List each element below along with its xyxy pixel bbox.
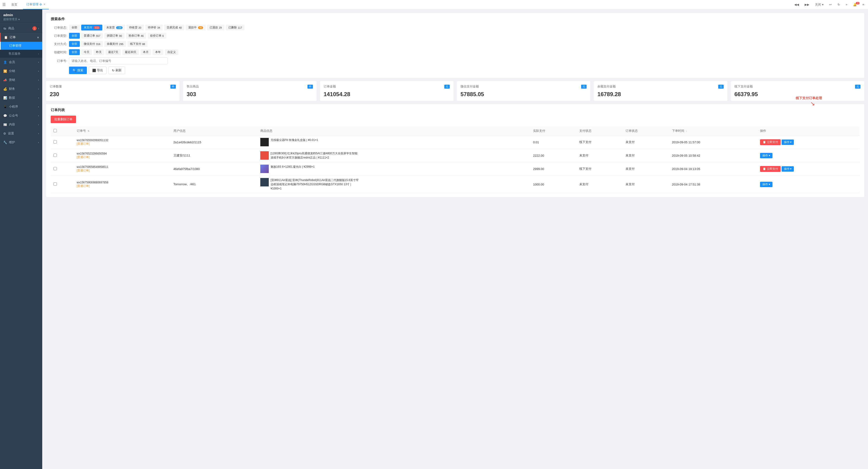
table-row: wx15676523286650594 [普通订单] 王建安/1111 [128… bbox=[51, 149, 860, 162]
sidebar-item-finance[interactable]: 💰 财务 › bbox=[0, 85, 42, 93]
tab-home[interactable]: 首页 bbox=[8, 0, 21, 9]
status-tag-pending-receipt[interactable]: 待收货 20 bbox=[126, 25, 144, 31]
stat-order-amount-value: 141054.28 bbox=[324, 91, 450, 98]
payment-tag-balance[interactable]: 余额支付 295 bbox=[104, 41, 126, 47]
order-time-sort-icon[interactable]: ↓ bbox=[686, 130, 687, 132]
row1-pay-button[interactable]: 📋 立即支付 bbox=[760, 139, 781, 145]
row2-order-time: 2019-09-05 10:58:42 bbox=[669, 149, 757, 162]
tab-order-management[interactable]: 订单管理 ⚙ ✕ bbox=[23, 0, 49, 9]
sidebar-item-marketing[interactable]: 📣 营销 › bbox=[0, 75, 42, 85]
tab-settings-icon[interactable]: ⚙ bbox=[39, 3, 42, 6]
type-tag-normal[interactable]: 普通订单 557 bbox=[81, 33, 103, 39]
sidebar-item-goods[interactable]: 🛍 商品 1 › bbox=[0, 24, 42, 33]
row2-order-no-cell: wx15676523286650594 [普通订单] bbox=[74, 149, 170, 162]
status-tag-refunding[interactable]: 退款中 46 bbox=[186, 25, 206, 31]
payment-tag-all[interactable]: 全部 bbox=[69, 41, 80, 47]
row1-payment-status: 线下支付 bbox=[577, 136, 623, 149]
menu-icon[interactable]: ☰ bbox=[2, 2, 6, 7]
time-tag-yesterday[interactable]: 昨天 bbox=[93, 49, 104, 55]
status-tag-refunded[interactable]: 已退款 29 bbox=[207, 25, 224, 31]
export-button[interactable]: ⬛ 导出 bbox=[89, 67, 106, 74]
status-tag-all[interactable]: 全部 bbox=[69, 25, 80, 31]
row3-payment-status: 线下支付 bbox=[577, 162, 623, 176]
miniapp-chevron-icon: › bbox=[38, 105, 39, 108]
payment-tag-offline[interactable]: 线下支付 88 bbox=[127, 41, 148, 47]
sidebar-item-order[interactable]: 📋 订单 ∨ bbox=[0, 33, 42, 42]
close-btn[interactable]: 关闭 ▾ bbox=[813, 3, 825, 7]
batch-delete-button[interactable]: 批量删除订单 bbox=[51, 115, 76, 123]
row2-order-type: [普通订单] bbox=[77, 155, 168, 159]
row1-operate-button[interactable]: 操作 ▾ bbox=[782, 139, 794, 145]
row3-operate-button[interactable]: 操作 ▾ bbox=[782, 166, 794, 172]
status-tag-unshipped[interactable]: 未发货 198 bbox=[104, 25, 125, 31]
refresh-button[interactable]: ↻ 刷新 bbox=[108, 67, 125, 74]
sidebar-sub-after-sales[interactable]: 售后服务 › bbox=[0, 50, 42, 58]
nav-next-btn[interactable]: ▶▶ bbox=[803, 3, 811, 6]
row4-checkbox[interactable] bbox=[54, 182, 57, 186]
row4-action: 操作 ▾ bbox=[757, 176, 860, 193]
row4-product-cell: [雷神911Air星战] 雷神(ThundeRobot)911Air星战二代旗舰… bbox=[257, 176, 530, 193]
status-tag-deleted[interactable]: 已删除 117 bbox=[226, 25, 245, 31]
time-tag-all[interactable]: 全部 bbox=[69, 49, 80, 55]
row2-checkbox[interactable] bbox=[54, 154, 57, 157]
order-type-row: 订单类型: 全部 普通订单 557 拼团订单 90 秒杀订单 46 砍价订单 6 bbox=[51, 33, 860, 39]
sidebar-item-member[interactable]: 👤 会员 › bbox=[0, 58, 42, 67]
search-title: 搜索条件 bbox=[51, 17, 860, 21]
type-tag-group[interactable]: 拼团订单 90 bbox=[104, 33, 124, 39]
order-table: 订单号 ⇅ 用户信息 商品信息 实际支付 支付状态 订单状态 下单时间 ↓ 操作 bbox=[51, 126, 860, 193]
search-button[interactable]: 🔍 搜索 bbox=[69, 67, 87, 74]
row2-user-info: 王建安/1111 bbox=[174, 154, 255, 158]
row1-checkbox[interactable] bbox=[54, 140, 57, 143]
payment-tag-wechat[interactable]: 微信支付 316 bbox=[81, 41, 103, 47]
create-time-tags: 全部 今天 昨天 最近7天 最近30天 本月 本年 自定义 bbox=[69, 49, 178, 55]
goods-icon: 🛍 bbox=[3, 27, 6, 30]
time-tag-this-month[interactable]: 本月 bbox=[141, 49, 151, 55]
row4-operate-button[interactable]: 操作 ▾ bbox=[760, 182, 772, 187]
sidebar-item-miniapp[interactable]: 📱 小程序 › bbox=[0, 102, 42, 111]
time-tag-30days[interactable]: 最近30天 bbox=[122, 49, 139, 55]
time-tag-custom[interactable]: 自定义 bbox=[165, 49, 178, 55]
row3-pay-button[interactable]: 📋 立即支付 bbox=[760, 166, 781, 172]
row2-user-cell: 王建安/1111 bbox=[170, 149, 257, 162]
nav-prev-btn[interactable]: ◀◀ bbox=[793, 3, 800, 6]
sidebar-item-content[interactable]: 📰 内容 › bbox=[0, 120, 42, 129]
sidebar-item-distribution[interactable]: 🔀 分销 › bbox=[0, 67, 42, 75]
wechat-chevron-icon: › bbox=[38, 114, 39, 117]
time-tag-this-year[interactable]: 本年 bbox=[153, 49, 163, 55]
sidebar-item-settings[interactable]: ⚙ 设置 › bbox=[0, 129, 42, 138]
sidebar-item-wechat[interactable]: 💬 公众号 › bbox=[0, 111, 42, 120]
sidebar-item-maintain[interactable]: 🔧 维护 › bbox=[0, 138, 42, 147]
type-tag-bargain[interactable]: 砍价订单 6 bbox=[148, 33, 166, 39]
select-all-checkbox[interactable] bbox=[54, 129, 57, 132]
add-btn[interactable]: + bbox=[844, 3, 849, 6]
time-tag-today[interactable]: 今天 bbox=[81, 49, 92, 55]
status-tag-completed[interactable]: 交易完成 40 bbox=[164, 25, 184, 31]
search-icon: 🔍 bbox=[72, 69, 76, 72]
topbar: ☰ 首页 订单管理 ⚙ ✕ ◀◀ ▶▶ 关闭 ▾ ↩ ↻ + 🔔 0 ≡ bbox=[0, 0, 868, 9]
order-no-input[interactable] bbox=[69, 58, 167, 64]
export-icon: ⬛ bbox=[92, 69, 96, 72]
row3-order-no: wx156759558549958511 bbox=[77, 165, 168, 169]
refresh-icon-btn[interactable]: ↻ bbox=[836, 3, 841, 6]
refresh-icon: ↻ bbox=[112, 69, 115, 72]
type-tag-seckill[interactable]: 秒杀订单 46 bbox=[126, 33, 146, 39]
member-icon: 👤 bbox=[3, 61, 7, 64]
row2-operate-button[interactable]: 操作 ▾ bbox=[760, 153, 772, 158]
distribution-chevron-icon: › bbox=[38, 70, 39, 72]
status-tag-pending-review[interactable]: 待评价 34 bbox=[145, 25, 163, 31]
status-tag-unpaid[interactable]: 未支付 332 bbox=[81, 25, 102, 31]
type-tag-all[interactable]: 全部 bbox=[69, 33, 80, 39]
row1-product-info: 无线吸尘器F8 玫瑰金礼盒版 | ¥0.01×1 bbox=[260, 138, 527, 146]
sidebar-item-data[interactable]: 📊 数据 › bbox=[0, 93, 42, 102]
sidebar-role[interactable]: 超级管理员 ▾ bbox=[3, 18, 39, 21]
order-no-sort-icon[interactable]: ⇅ bbox=[88, 130, 89, 132]
row1-operate-chevron-icon: ▾ bbox=[790, 140, 792, 144]
sidebar-menu: 🛍 商品 1 › 📋 订单 ∨ 订单管理 bbox=[0, 24, 42, 469]
back-btn[interactable]: ↩ bbox=[828, 3, 833, 6]
more-btn[interactable]: ≡ bbox=[861, 3, 866, 6]
row4-product-text: [雷神911Air星战] 雷神(ThundeRobot)911Air星战二代旗舰… bbox=[271, 178, 360, 191]
time-tag-7days[interactable]: 最近7天 bbox=[105, 49, 121, 55]
tab-close-icon[interactable]: ✕ bbox=[43, 3, 45, 6]
sidebar-sub-order-management[interactable]: 订单管理 bbox=[0, 42, 42, 50]
row3-checkbox[interactable] bbox=[54, 167, 57, 170]
